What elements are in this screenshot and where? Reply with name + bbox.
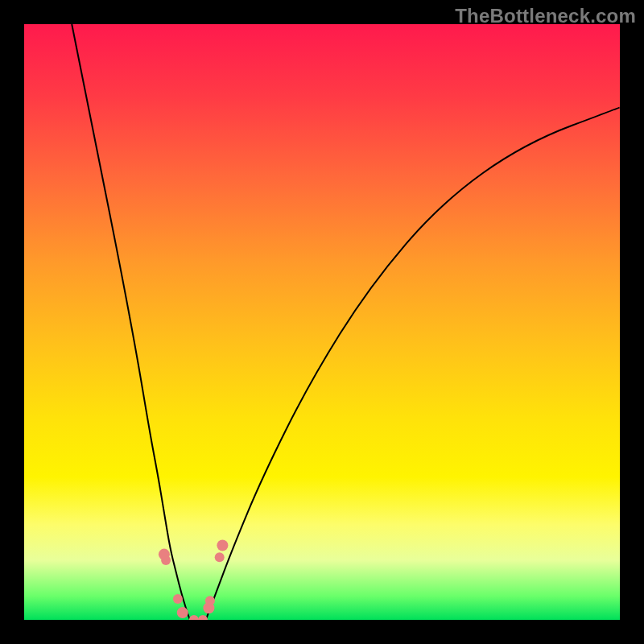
- marker-dot: [203, 602, 214, 613]
- chart-stage: TheBottleneck.com: [0, 0, 644, 644]
- marker-dot: [198, 615, 208, 620]
- watermark-text: TheBottleneck.com: [455, 5, 636, 27]
- markers-group: [159, 540, 229, 621]
- marker-dot: [215, 552, 225, 562]
- marker-dot: [217, 540, 228, 551]
- marker-dot: [177, 607, 188, 618]
- right-curve: [206, 108, 620, 620]
- marker-dot: [189, 615, 199, 620]
- marker-dot: [159, 549, 170, 560]
- left-curve: [72, 24, 190, 620]
- marker-dot: [161, 555, 171, 565]
- marker-dot: [173, 594, 183, 604]
- marker-dot: [205, 596, 215, 605]
- plot-area: [24, 24, 620, 620]
- curves-svg: [24, 24, 620, 620]
